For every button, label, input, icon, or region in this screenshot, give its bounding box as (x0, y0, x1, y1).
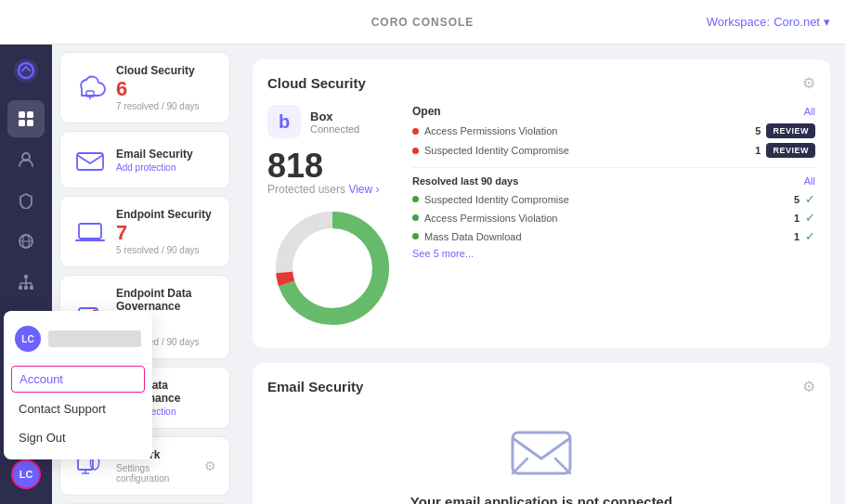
open-issue-count-0: 5 (746, 125, 760, 136)
resolved-issue-count-2: 1 (785, 231, 800, 242)
cloud-security-section-header: Cloud Security ⚙ (267, 74, 815, 92)
main-layout: LC LC ████████ Account Contact Support S… (0, 45, 845, 504)
user-avatar[interactable]: LC (11, 459, 41, 489)
chevron-down-icon: ▾ (824, 15, 830, 29)
email-large-icon (509, 427, 574, 483)
svg-rect-13 (30, 286, 33, 290)
user-icon (18, 151, 34, 168)
issue-dot-green-2 (412, 233, 419, 239)
laptop-icon (74, 219, 106, 245)
check-icon-1: ✓ (805, 211, 815, 225)
coro-logo-icon (13, 58, 39, 84)
resolved-issues-label: Resolved last 90 days (412, 175, 518, 187)
email-security-section: Email Security ⚙ Your email application … (253, 363, 830, 504)
content-area: Cloud Security 6 7 resolved / 90 days Em… (52, 45, 845, 504)
cloud-security-gear-icon[interactable]: ⚙ (802, 74, 815, 92)
check-icon-2: ✓ (805, 229, 815, 243)
cloud-security-left: b Box Connected 818 Protected users View… (267, 105, 397, 333)
cloud-security-right: Open All Access Permissions Violation 5 … (412, 105, 815, 333)
cloud-security-content: b Box Connected 818 Protected users View… (267, 105, 815, 333)
logo[interactable] (7, 52, 45, 89)
donut-chart (267, 203, 397, 333)
cloud-security-info: Cloud Security 6 7 resolved / 90 days (116, 64, 216, 111)
svg-rect-2 (19, 111, 25, 118)
protected-users-label: Protected users View › (267, 183, 397, 196)
resolved-issue-name-2: Mass Data Download (424, 231, 779, 242)
sitemap-icon (18, 274, 34, 291)
workspace-selector[interactable]: Workspace: Coro.net ▾ (707, 15, 830, 29)
svg-line-43 (555, 459, 570, 473)
email-security-section-title: Email Security (267, 379, 363, 394)
cloud-security-section-title: Cloud Security (267, 75, 366, 91)
email-security-section-header: Email Security ⚙ (267, 378, 815, 395)
protected-users-count: 818 (267, 149, 397, 183)
endpoint-data-governance-title: Endpoint Data Governance (116, 287, 216, 313)
email-not-connected-title: Your email application is not connected (410, 494, 672, 504)
envelope-icon (74, 147, 106, 173)
resolved-issues-all-link[interactable]: All (804, 175, 815, 187)
email-security-subtitle: Add protection (116, 162, 216, 173)
right-panel: Cloud Security ⚙ b Box Connected 81 (238, 45, 845, 504)
popup-header: LC ████████ (4, 318, 152, 364)
resolved-issue-count-0: 5 (785, 194, 800, 205)
box-logo: b (267, 105, 301, 138)
svg-rect-10 (24, 275, 28, 278)
endpoint-security-card[interactable]: Endpoint Security 7 5 resolved / 90 days (59, 196, 230, 267)
sidebar-item-shield[interactable] (7, 182, 45, 219)
sidebar-item-user[interactable] (7, 141, 45, 178)
open-issue-row-0: Access Permissions Violation 5 REVIEW (412, 123, 815, 138)
resolved-issue-row-0: Suspected Identity Compromise 5 ✓ (412, 192, 815, 206)
cloud-security-count: 6 (116, 79, 216, 99)
cloud-security-card[interactable]: Cloud Security 6 7 resolved / 90 days (59, 52, 230, 123)
svg-rect-22 (79, 224, 101, 239)
sign-out-menu-item[interactable]: Sign Out (4, 423, 152, 452)
issue-dot-green-1 (412, 214, 419, 221)
svg-rect-12 (24, 286, 28, 290)
svg-rect-4 (19, 120, 25, 126)
open-issue-count-1: 1 (746, 145, 760, 156)
sidebar-item-grid[interactable] (7, 100, 45, 137)
resolved-issue-row-2: Mass Data Download 1 ✓ (412, 229, 815, 243)
svg-point-40 (295, 231, 370, 305)
donut-svg (267, 203, 397, 333)
network-card-subtitle: Settings configuration (116, 463, 195, 484)
workspace-label: Workspace: (707, 15, 770, 29)
workspace-name: Coro.net (774, 15, 820, 29)
open-issues-all-link[interactable]: All (804, 106, 815, 117)
endpoint-security-subtitle: 5 resolved / 90 days (116, 245, 216, 255)
review-button-0[interactable]: REVIEW (766, 123, 815, 138)
endpoint-security-title: Endpoint Security (116, 208, 216, 221)
resolved-issue-row-1: Access Permissions Violation 1 ✓ (412, 211, 815, 225)
open-issue-row-1: Suspected Identity Compromise 1 REVIEW (412, 143, 815, 158)
network-icon (18, 233, 34, 250)
see-more-link[interactable]: See 5 more... (412, 248, 815, 259)
sidebar-item-sitemap[interactable] (7, 264, 45, 301)
svg-rect-3 (27, 111, 33, 118)
protected-users-view-link[interactable]: View › (348, 183, 379, 196)
email-security-content: Your email application is not connected … (267, 408, 815, 504)
svg-line-42 (513, 459, 527, 473)
account-popup: LC ████████ Account Contact Support Sign… (4, 311, 152, 459)
cloud-security-title: Cloud Security (116, 64, 216, 77)
network-gear-icon[interactable]: ⚙ (204, 459, 216, 473)
topbar-title: CORO CONSOLE (371, 16, 474, 29)
check-icon-0: ✓ (805, 192, 815, 206)
cloud-icon (74, 75, 106, 101)
sidebar-item-network[interactable] (7, 223, 45, 260)
grid-icon (18, 110, 34, 127)
account-menu-item[interactable]: Account (11, 366, 145, 393)
review-button-1[interactable]: REVIEW (766, 143, 815, 158)
open-issues-label: Open (412, 105, 441, 118)
email-security-gear-icon[interactable]: ⚙ (802, 378, 815, 395)
popup-avatar: LC (15, 326, 41, 352)
cloud-security-subtitle: 7 resolved / 90 days (116, 101, 216, 111)
email-disconnected-icon (509, 427, 574, 479)
svg-rect-5 (27, 120, 33, 126)
issue-dot-red-1 (412, 148, 419, 154)
open-issue-name-1: Suspected Identity Compromise (424, 145, 740, 156)
resolved-issues-header: Resolved last 90 days All (412, 167, 815, 187)
email-security-icon (73, 143, 107, 176)
email-security-card[interactable]: Email Security Add protection (59, 131, 230, 188)
endpoint-security-count: 7 (116, 223, 216, 243)
contact-support-menu-item[interactable]: Contact Support (4, 394, 152, 423)
